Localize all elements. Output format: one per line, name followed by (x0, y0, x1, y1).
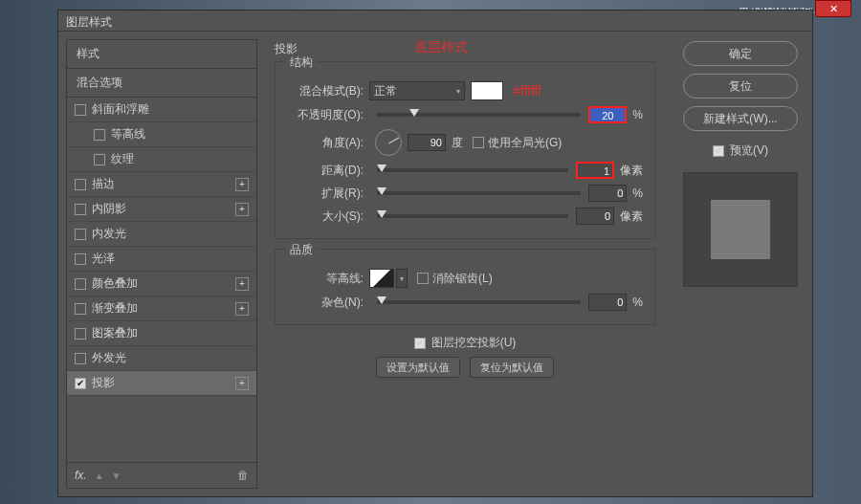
checkbox[interactable] (94, 129, 105, 141)
unit-percent: % (632, 296, 643, 309)
drop-shadow-panel: 投影 底层样式 结构 混合模式(B): 正常▾ #ffffff 不透明度(O):… (261, 32, 669, 496)
checkbox[interactable] (75, 253, 86, 265)
list-bevel[interactable]: 斜面和浮雕 (67, 98, 256, 122)
close-icon[interactable]: ✕ (815, 0, 851, 17)
list-texture[interactable]: 纹理 (67, 147, 256, 172)
plus-icon[interactable]: + (235, 277, 249, 291)
checkbox[interactable] (75, 229, 86, 240)
size-label: 大小(S): (287, 208, 369, 225)
red-annotation: 底层样式 (414, 39, 468, 56)
noise-input[interactable]: 0 (588, 294, 627, 311)
plus-icon[interactable]: + (235, 377, 249, 390)
global-light-label: 使用全局光(G) (488, 135, 562, 151)
angle-label: 角度(A): (287, 135, 369, 151)
trash-icon[interactable]: 🗑 (237, 469, 249, 482)
angle-dial[interactable] (375, 129, 402, 156)
checkbox[interactable] (75, 204, 86, 215)
layer-style-dialog: 图层样式 样式 混合选项 斜面和浮雕 等高线 纹理 描边+ 内阴影+ 内发光 光… (57, 10, 813, 497)
contour-dropdown[interactable]: ▾ (396, 269, 408, 288)
unit-px: 像素 (620, 208, 643, 225)
unit-px: 像素 (620, 163, 643, 179)
spread-slider[interactable] (377, 191, 581, 195)
contour-picker[interactable] (369, 269, 394, 288)
plus-icon[interactable]: + (235, 302, 249, 316)
cancel-button[interactable]: 复位 (683, 74, 798, 99)
preview-box (683, 172, 798, 287)
unit-percent: % (632, 108, 643, 121)
reset-default-button[interactable]: 复位为默认值 (470, 357, 554, 378)
ok-button[interactable]: 确定 (683, 41, 798, 66)
global-light-checkbox[interactable] (473, 137, 484, 148)
list-footer: fx. ▲ ▼ 🗑 (67, 462, 256, 488)
dialog-title: 图层样式 (66, 15, 112, 29)
spread-input[interactable]: 0 (588, 185, 627, 202)
blend-mode-label: 混合模式(B): (287, 83, 369, 99)
checkbox[interactable] (75, 328, 86, 340)
size-slider[interactable] (377, 214, 568, 218)
distance-slider[interactable] (377, 168, 568, 172)
blend-options[interactable]: 混合选项 (67, 69, 256, 98)
chevron-down-icon: ▾ (456, 87, 460, 96)
checkbox[interactable] (94, 154, 105, 165)
list-stroke[interactable]: 描边+ (67, 172, 256, 197)
knockout-checkbox[interactable]: ✔ (414, 338, 426, 349)
list-outer-glow[interactable]: 外发光 (67, 346, 256, 371)
structure-legend: 结构 (285, 55, 318, 71)
styles-list: 样式 混合选项 斜面和浮雕 等高线 纹理 描边+ 内阴影+ 内发光 光泽 颜色叠… (66, 39, 257, 489)
checkbox[interactable] (75, 179, 86, 190)
dialog-titlebar[interactable]: 图层样式 (58, 11, 812, 32)
opacity-slider[interactable] (377, 113, 581, 117)
checkbox[interactable] (75, 303, 86, 315)
knockout-label: 图层挖空投影(U) (431, 335, 517, 351)
list-satin[interactable]: 光泽 (67, 247, 256, 272)
preview-label: 预览(V) (730, 142, 768, 159)
preview-checkbox[interactable]: ✔ (713, 145, 724, 157)
styles-header[interactable]: 样式 (67, 40, 256, 69)
up-icon[interactable]: ▲ (95, 471, 104, 481)
checkbox[interactable] (75, 353, 86, 364)
unit-degree: 度 (452, 135, 463, 151)
shadow-color-swatch[interactable] (471, 81, 503, 100)
quality-group: 品质 等高线: ▾ 消除锯齿(L) 杂色(N): 0 % (275, 249, 655, 325)
angle-input[interactable]: 90 (408, 134, 446, 151)
list-color-overlay[interactable]: 颜色叠加+ (67, 272, 256, 296)
checkbox[interactable] (75, 104, 86, 116)
blend-mode-select[interactable]: 正常▾ (369, 81, 465, 100)
opacity-input[interactable]: 20 (588, 106, 627, 123)
structure-group: 结构 混合模式(B): 正常▾ #ffffff 不透明度(O): 20 % 角度… (275, 61, 655, 239)
noise-slider[interactable] (377, 300, 581, 304)
contour-label: 等高线: (287, 271, 369, 287)
spread-label: 扩展(R): (287, 186, 369, 202)
list-pattern-overlay[interactable]: 图案叠加 (67, 321, 256, 346)
list-contour[interactable]: 等高线 (67, 122, 256, 147)
noise-label: 杂色(N): (287, 295, 369, 311)
right-panel: 确定 复位 新建样式(W)... ✔ 预览(V) (669, 32, 812, 496)
size-input[interactable]: 0 (576, 208, 614, 225)
opacity-label: 不透明度(O): (287, 107, 369, 123)
plus-icon[interactable]: + (235, 178, 249, 191)
checkbox[interactable] (75, 278, 86, 290)
checkbox-checked[interactable]: ✔ (75, 378, 86, 389)
preview-swatch (711, 200, 770, 259)
distance-label: 距离(D): (287, 163, 369, 179)
color-annotation: #ffffff (513, 83, 541, 99)
quality-legend: 品质 (285, 242, 318, 258)
unit-percent: % (632, 186, 643, 200)
list-gradient-overlay[interactable]: 渐变叠加+ (67, 296, 256, 321)
distance-input[interactable]: 1 (576, 162, 614, 179)
plus-icon[interactable]: + (235, 203, 249, 216)
fx-icon[interactable]: fx. (75, 469, 87, 482)
list-drop-shadow[interactable]: ✔投影+ (67, 371, 256, 396)
list-inner-glow[interactable]: 内发光 (67, 222, 256, 247)
down-icon[interactable]: ▼ (112, 471, 121, 481)
list-inner-shadow[interactable]: 内阴影+ (67, 197, 256, 222)
set-default-button[interactable]: 设置为默认值 (376, 357, 460, 378)
antialias-checkbox[interactable] (417, 273, 429, 284)
antialias-label: 消除锯齿(L) (432, 271, 493, 287)
new-style-button[interactable]: 新建样式(W)... (683, 106, 798, 131)
